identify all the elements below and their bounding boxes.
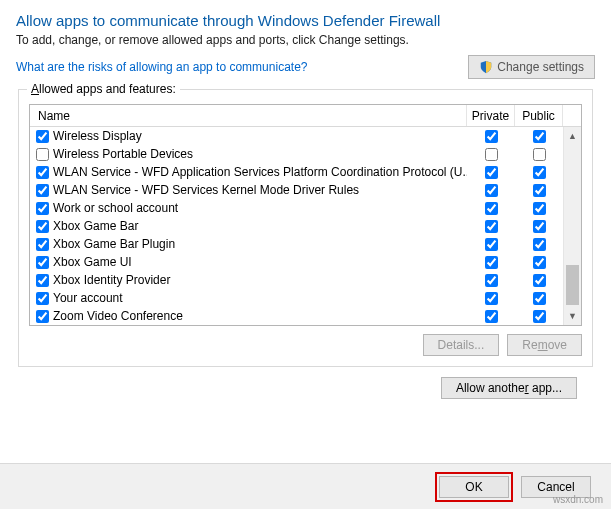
app-name-label: Zoom Video Conference — [53, 309, 183, 323]
private-checkbox[interactable] — [485, 148, 498, 161]
shield-icon — [479, 60, 493, 74]
private-checkbox[interactable] — [485, 202, 498, 215]
column-header-private[interactable]: Private — [467, 105, 515, 126]
apps-table: Name Private Public Wireless DisplayWire… — [29, 104, 582, 326]
app-name-label: Wireless Display — [53, 129, 142, 143]
app-enabled-checkbox[interactable] — [36, 310, 49, 323]
app-enabled-checkbox[interactable] — [36, 274, 49, 287]
table-row[interactable]: WLAN Service - WFD Application Services … — [30, 163, 563, 181]
private-checkbox[interactable] — [485, 220, 498, 233]
table-row[interactable]: WLAN Service - WFD Services Kernel Mode … — [30, 181, 563, 199]
public-checkbox[interactable] — [533, 166, 546, 179]
allow-another-app-button[interactable]: Allow another app... — [441, 377, 577, 399]
public-checkbox[interactable] — [533, 202, 546, 215]
app-name-label: Your account — [53, 291, 123, 305]
public-checkbox[interactable] — [533, 238, 546, 251]
private-checkbox[interactable] — [485, 274, 498, 287]
public-checkbox[interactable] — [533, 256, 546, 269]
table-row[interactable]: Zoom Video Conference — [30, 307, 563, 325]
app-enabled-checkbox[interactable] — [36, 148, 49, 161]
public-checkbox[interactable] — [533, 292, 546, 305]
table-row[interactable]: Work or school account — [30, 199, 563, 217]
app-name-label: Work or school account — [53, 201, 178, 215]
page-subtitle: To add, change, or remove allowed apps a… — [16, 33, 595, 47]
public-checkbox[interactable] — [533, 148, 546, 161]
watermark: wsxdn.com — [553, 494, 603, 505]
page-title: Allow apps to communicate through Window… — [16, 12, 595, 29]
scrollbar[interactable]: ▲ ▼ — [563, 127, 581, 325]
change-settings-button[interactable]: Change settings — [468, 55, 595, 79]
scroll-down-icon[interactable]: ▼ — [564, 307, 581, 325]
private-checkbox[interactable] — [485, 310, 498, 323]
table-row[interactable]: Wireless Display — [30, 127, 563, 145]
column-header-name[interactable]: Name — [30, 105, 467, 126]
scroll-thumb[interactable] — [566, 265, 579, 305]
private-checkbox[interactable] — [485, 166, 498, 179]
app-name-label: Xbox Game Bar — [53, 219, 138, 233]
public-checkbox[interactable] — [533, 220, 546, 233]
remove-button[interactable]: Remove — [507, 334, 582, 356]
app-name-label: Wireless Portable Devices — [53, 147, 193, 161]
table-row[interactable]: Xbox Game UI — [30, 253, 563, 271]
table-row[interactable]: Xbox Game Bar — [30, 217, 563, 235]
app-enabled-checkbox[interactable] — [36, 220, 49, 233]
app-name-label: Xbox Game Bar Plugin — [53, 237, 175, 251]
table-header: Name Private Public — [30, 105, 581, 127]
public-checkbox[interactable] — [533, 274, 546, 287]
app-enabled-checkbox[interactable] — [36, 184, 49, 197]
footer-bar: OK Cancel — [0, 463, 611, 509]
group-label: Allowed apps and features: — [27, 82, 180, 96]
change-settings-label: Change settings — [497, 60, 584, 74]
app-enabled-checkbox[interactable] — [36, 202, 49, 215]
table-row[interactable]: Xbox Identity Provider — [30, 271, 563, 289]
details-button[interactable]: Details... — [423, 334, 500, 356]
app-enabled-checkbox[interactable] — [36, 256, 49, 269]
private-checkbox[interactable] — [485, 292, 498, 305]
table-row[interactable]: Your account — [30, 289, 563, 307]
private-checkbox[interactable] — [485, 238, 498, 251]
app-enabled-checkbox[interactable] — [36, 166, 49, 179]
private-checkbox[interactable] — [485, 256, 498, 269]
ok-button[interactable]: OK — [439, 476, 509, 498]
app-name-label: WLAN Service - WFD Application Services … — [53, 165, 467, 179]
table-row[interactable]: Wireless Portable Devices — [30, 145, 563, 163]
app-enabled-checkbox[interactable] — [36, 292, 49, 305]
app-name-label: Xbox Game UI — [53, 255, 132, 269]
scroll-up-icon[interactable]: ▲ — [564, 127, 581, 145]
app-enabled-checkbox[interactable] — [36, 238, 49, 251]
allowed-apps-group: Allowed apps and features: Name Private … — [18, 89, 593, 367]
app-name-label: WLAN Service - WFD Services Kernel Mode … — [53, 183, 359, 197]
risks-link[interactable]: What are the risks of allowing an app to… — [16, 60, 307, 74]
table-row[interactable]: Xbox Game Bar Plugin — [30, 235, 563, 253]
private-checkbox[interactable] — [485, 130, 498, 143]
public-checkbox[interactable] — [533, 310, 546, 323]
public-checkbox[interactable] — [533, 130, 546, 143]
app-enabled-checkbox[interactable] — [36, 130, 49, 143]
private-checkbox[interactable] — [485, 184, 498, 197]
app-name-label: Xbox Identity Provider — [53, 273, 170, 287]
public-checkbox[interactable] — [533, 184, 546, 197]
column-header-public[interactable]: Public — [515, 105, 563, 126]
